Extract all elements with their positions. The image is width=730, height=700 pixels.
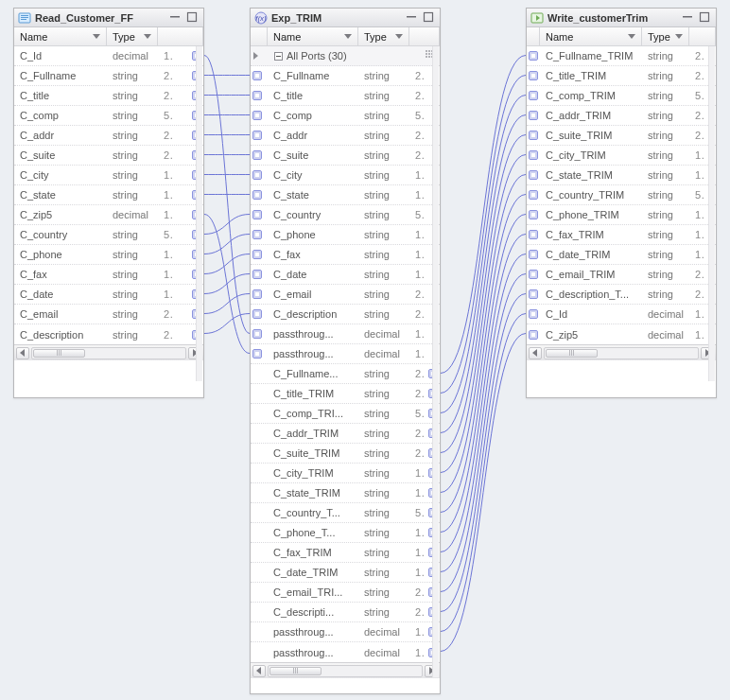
collapse-icon[interactable] <box>169 11 182 25</box>
input-port-icon[interactable] <box>529 190 538 200</box>
input-port-icon[interactable] <box>529 270 538 279</box>
input-port-icon[interactable] <box>252 270 262 279</box>
port-row[interactable]: C_citystring1 <box>251 166 440 185</box>
port-row[interactable]: C_state_TRIMstring1 <box>251 483 440 503</box>
input-port-icon[interactable] <box>529 150 538 160</box>
port-row[interactable]: passthroug...decimal1 <box>251 642 440 662</box>
port-row[interactable]: C_phone_TRIMstring1 <box>527 205 716 225</box>
port-row[interactable]: C_titlestring2 <box>251 86 440 106</box>
horizontal-scrollbar[interactable] <box>251 662 440 678</box>
panel-exp-trim[interactable]: f(x) Exp_TRIM Name Type All Ports (30) C… <box>250 8 441 694</box>
titlebar[interactable]: f(x) Exp_TRIM <box>251 9 440 27</box>
port-row[interactable]: C_date_TRIMstring1 <box>251 563 440 583</box>
port-row[interactable]: C_Fullname...string2 <box>251 364 440 384</box>
port-row[interactable]: C_addrstring2 <box>251 126 440 146</box>
col-header-type[interactable]: Type <box>107 27 158 45</box>
port-row[interactable]: C_date_TRIMstring1 <box>527 245 716 265</box>
input-port-icon[interactable] <box>529 91 538 100</box>
titlebar[interactable]: Write_customerTrim <box>527 9 716 27</box>
col-header-name[interactable]: Name <box>14 27 107 45</box>
port-row[interactable]: C_zip5decimal1 <box>527 324 716 344</box>
port-row[interactable]: C_compstring5 <box>251 106 440 126</box>
port-row[interactable]: C_zip5decimal1 <box>14 205 203 225</box>
port-row[interactable]: C_state_TRIMstring1 <box>527 166 716 185</box>
port-row[interactable]: C_Fullnamestring2 <box>14 66 203 86</box>
port-row[interactable]: C_email_TRIMstring2 <box>527 265 716 285</box>
vertical-scrollbar[interactable] <box>432 46 439 677</box>
input-port-icon[interactable] <box>252 230 262 239</box>
port-row[interactable]: C_phonestring1 <box>251 225 440 245</box>
collapse-icon[interactable] <box>682 11 695 25</box>
maximize-icon[interactable] <box>699 11 712 25</box>
port-row[interactable]: C_datestring1 <box>14 285 203 305</box>
col-header-extra[interactable] <box>689 27 716 45</box>
column-header-row[interactable]: Name Type <box>251 27 440 46</box>
scroll-thumb[interactable] <box>269 667 322 675</box>
port-row[interactable]: C_phonestring1 <box>14 245 203 265</box>
port-row[interactable]: C_suite_TRIMstring2 <box>527 126 716 146</box>
port-row[interactable]: C_Iddecimal1 <box>14 46 203 66</box>
group-collapse-box-icon[interactable] <box>274 52 283 61</box>
scroll-track[interactable] <box>268 665 423 677</box>
port-row[interactable]: C_suitestring2 <box>14 146 203 166</box>
port-row[interactable]: C_countrystring5 <box>251 205 440 225</box>
port-row[interactable]: C_emailstring2 <box>251 285 440 305</box>
port-row[interactable]: C_fax_TRIMstring1 <box>251 543 440 563</box>
input-port-icon[interactable] <box>252 150 262 160</box>
panel-read-customer-ff[interactable]: Read_Customer_FF Name Type C_Iddecimal1C… <box>13 8 204 398</box>
port-row[interactable]: C_suitestring2 <box>251 146 440 166</box>
input-port-icon[interactable] <box>529 51 538 61</box>
input-port-icon[interactable] <box>529 170 538 180</box>
port-row[interactable]: C_datestring1 <box>251 265 440 285</box>
scroll-left-button[interactable] <box>529 347 542 359</box>
panel-write-customer-trim[interactable]: Write_customerTrim Name Type C_Fullname_… <box>526 8 717 398</box>
input-port-icon[interactable] <box>252 349 262 359</box>
port-row[interactable]: C_Iddecimal1 <box>527 305 716 324</box>
input-port-icon[interactable] <box>252 131 262 140</box>
maximize-icon[interactable] <box>423 11 436 25</box>
port-row[interactable]: C_titlestring2 <box>14 86 203 106</box>
port-row[interactable]: C_addr_TRIMstring2 <box>251 424 440 444</box>
input-port-icon[interactable] <box>529 230 538 239</box>
port-row[interactable]: C_description_T...string2 <box>527 285 716 305</box>
port-row[interactable]: C_emailstring2 <box>14 305 203 324</box>
horizontal-scrollbar[interactable] <box>14 344 203 360</box>
mapping-canvas[interactable]: Read_Customer_FF Name Type C_Iddecimal1C… <box>0 0 730 700</box>
port-row[interactable]: C_countrystring5 <box>14 225 203 245</box>
scroll-thumb[interactable] <box>33 349 85 358</box>
input-port-icon[interactable] <box>252 190 262 200</box>
input-port-icon[interactable] <box>529 71 538 80</box>
port-row[interactable]: C_city_TRIMstring1 <box>527 146 716 166</box>
port-row[interactable]: C_comp_TRI...string5 <box>251 404 440 424</box>
port-row[interactable]: C_city_TRIMstring1 <box>251 464 440 483</box>
input-port-icon[interactable] <box>529 210 538 219</box>
port-row[interactable]: C_faxstring1 <box>14 265 203 285</box>
input-port-icon[interactable] <box>252 309 262 319</box>
port-row[interactable]: C_statestring1 <box>251 185 440 205</box>
port-row[interactable]: C_descripti...string2 <box>251 603 440 622</box>
scroll-left-button[interactable] <box>16 347 29 359</box>
input-port-icon[interactable] <box>252 71 262 80</box>
port-row[interactable]: C_addr_TRIMstring2 <box>527 106 716 126</box>
titlebar[interactable]: Read_Customer_FF <box>14 9 203 27</box>
input-port-icon[interactable] <box>529 111 538 120</box>
input-port-icon[interactable] <box>529 330 538 340</box>
port-row[interactable]: passthroug...decimal1 <box>251 324 440 344</box>
port-row[interactable]: C_descriptionstring2 <box>251 305 440 324</box>
collapse-icon[interactable] <box>406 11 419 25</box>
input-port-icon[interactable] <box>252 250 262 259</box>
col-header-name[interactable]: Name <box>540 27 642 45</box>
col-header-name[interactable]: Name <box>268 27 358 45</box>
vertical-scrollbar[interactable] <box>196 46 202 381</box>
port-row[interactable]: C_Fullnamestring2 <box>251 66 440 86</box>
maximize-icon[interactable] <box>186 11 200 25</box>
col-header-type[interactable]: Type <box>642 27 689 45</box>
scroll-left-button[interactable] <box>252 665 266 677</box>
port-row[interactable]: C_descriptionstring2 <box>14 324 203 344</box>
scroll-thumb[interactable] <box>546 349 598 358</box>
port-row[interactable]: C_country_T...string5 <box>251 503 440 523</box>
port-row[interactable]: C_faxstring1 <box>251 245 440 265</box>
input-port-icon[interactable] <box>252 289 262 299</box>
input-port-icon[interactable] <box>252 91 262 100</box>
port-row[interactable]: C_compstring5 <box>14 106 203 126</box>
